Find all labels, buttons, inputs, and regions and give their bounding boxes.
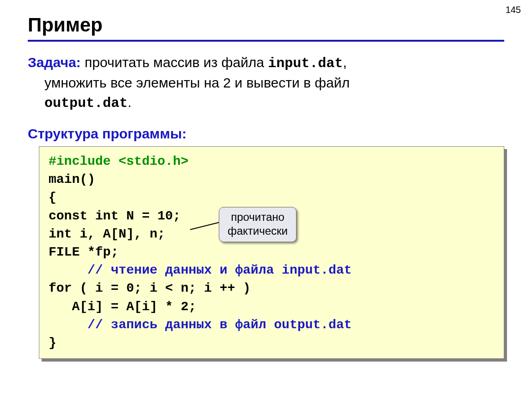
- task-file-input: input.dat: [268, 56, 343, 71]
- task-line-3: output.dat.: [44, 93, 504, 113]
- title-divider: [28, 40, 504, 42]
- callout-line-2: фактически: [228, 225, 288, 237]
- code-line-1: #include <stdio.h>: [49, 154, 188, 169]
- code-line-10: // запись данных в файл output.dat: [49, 318, 352, 332]
- task-text-3b: .: [128, 94, 131, 110]
- page-number: 145: [506, 5, 521, 15]
- callout-pointer: [190, 222, 219, 230]
- callout-line-1: прочитано: [231, 211, 285, 223]
- code-line-6: FILE *fp;: [49, 245, 118, 259]
- task-text-1c: ,: [343, 55, 346, 70]
- code-line-7: // чтение данных и файла input.dat: [49, 263, 352, 277]
- callout-box: прочитанофактически: [219, 207, 297, 242]
- task-text-2: умножить все элементы на 2 и вывести в ф…: [44, 73, 504, 93]
- code-block: #include <stdio.h> main() { const int N …: [39, 146, 504, 359]
- task-file-output: output.dat: [44, 95, 128, 111]
- task-label: Задача:: [28, 55, 81, 70]
- code-line-9: A[i] = A[i] * 2;: [49, 300, 196, 314]
- code-line-3: {: [49, 190, 56, 205]
- structure-label: Структура программы:: [28, 126, 504, 142]
- code-line-11: }: [49, 336, 56, 350]
- code-line-5: int i, A[N], n;: [49, 227, 165, 241]
- code-line-2: main(): [49, 172, 95, 187]
- task-description: Задача: прочитать массив из файла input.…: [28, 53, 504, 113]
- slide-content: Пример Задача: прочитать массив из файла…: [0, 0, 532, 359]
- slide-title: Пример: [28, 14, 504, 36]
- task-text-1a: прочитать массив из файла: [81, 55, 268, 70]
- code-line-8: for ( i = 0; i < n; i ++ ): [49, 281, 251, 295]
- code-block-wrap: #include <stdio.h> main() { const int N …: [39, 146, 504, 359]
- code-line-4: const int N = 10;: [49, 209, 181, 223]
